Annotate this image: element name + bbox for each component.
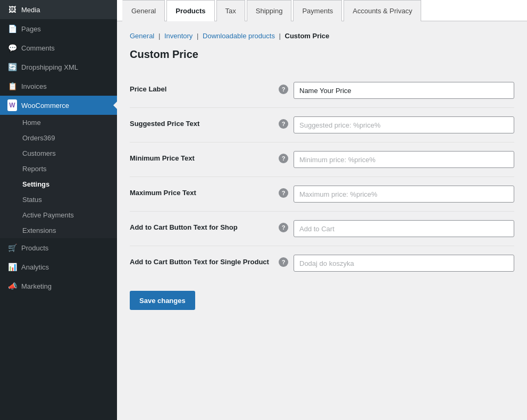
form-row-add-to-cart-single: Add to Cart Button Text for Single Produ… bbox=[130, 246, 514, 280]
field-suggested-price: ? bbox=[279, 116, 514, 133]
sidebar-item-settings[interactable]: Settings bbox=[0, 177, 117, 192]
form-row-suggested-price: Suggested Price Text ? bbox=[130, 108, 514, 142]
field-minimum-price: ? bbox=[279, 151, 514, 168]
sidebar-item-pages[interactable]: 📄 Pages bbox=[0, 19, 117, 38]
form-row-minimum-price: Minimum Price Text ? bbox=[130, 142, 514, 177]
breadcrumb: General | Inventory | Downloadable produ… bbox=[130, 32, 514, 40]
label-minimum-price: Minimum Price Text bbox=[130, 151, 279, 162]
sidebar-item-reports[interactable]: Reports bbox=[0, 161, 117, 177]
sidebar-item-woocommerce[interactable]: W WooCommerce bbox=[0, 96, 117, 115]
label-price-label: Price Label bbox=[130, 82, 279, 93]
sidebar-item-customers[interactable]: Customers bbox=[0, 146, 117, 161]
woocommerce-submenu: Home Orders 369 Customers Reports Settin… bbox=[0, 115, 117, 238]
main-content: General Products Tax Shipping Payments A… bbox=[117, 0, 527, 420]
comments-icon: 💬 bbox=[7, 43, 17, 53]
sidebar-item-status[interactable]: Status bbox=[0, 192, 117, 207]
sidebar-item-products[interactable]: 🛒 Products bbox=[0, 238, 117, 257]
label-add-to-cart-single: Add to Cart Button Text for Single Produ… bbox=[130, 255, 279, 266]
help-icon-suggested-price[interactable]: ? bbox=[279, 119, 288, 129]
dropshipping-icon: 🔄 bbox=[7, 62, 17, 72]
field-price-label: ? bbox=[279, 82, 514, 99]
tab-payments[interactable]: Payments bbox=[293, 0, 342, 21]
form-row-maximum-price: Maximum Price Text ? bbox=[130, 177, 514, 212]
help-icon-maximum-price[interactable]: ? bbox=[279, 188, 288, 198]
sidebar-item-media[interactable]: 🖼 Media bbox=[0, 0, 117, 19]
input-add-to-cart-shop[interactable] bbox=[294, 220, 514, 237]
page-title: Custom Price bbox=[130, 48, 514, 61]
breadcrumb-sep3: | bbox=[279, 32, 281, 40]
sidebar: 🖼 Media 📄 Pages 💬 Comments 🔄 Dropshippin… bbox=[0, 0, 117, 420]
sidebar-item-active-payments[interactable]: Active Payments bbox=[0, 207, 117, 223]
orders-badge: 369 bbox=[44, 134, 55, 142]
breadcrumb-sep1: | bbox=[158, 32, 160, 40]
breadcrumb-sep2: | bbox=[197, 32, 198, 40]
input-price-label[interactable] bbox=[294, 82, 514, 99]
tab-products[interactable]: Products bbox=[166, 0, 214, 21]
marketing-icon: 📣 bbox=[7, 281, 17, 291]
tabs-bar: General Products Tax Shipping Payments A… bbox=[117, 0, 527, 21]
invoices-icon: 📋 bbox=[7, 81, 17, 91]
save-button[interactable]: Save changes bbox=[130, 291, 195, 310]
label-add-to-cart-shop: Add to Cart Button Text for Shop bbox=[130, 220, 279, 231]
tab-shipping[interactable]: Shipping bbox=[247, 0, 292, 21]
input-add-to-cart-single[interactable] bbox=[294, 255, 514, 272]
help-icon-minimum-price[interactable]: ? bbox=[279, 154, 288, 163]
form-row-price-label: Price Label ? bbox=[130, 73, 514, 108]
tab-general[interactable]: General bbox=[122, 0, 165, 21]
form-row-add-to-cart-shop: Add to Cart Button Text for Shop ? bbox=[130, 212, 514, 246]
breadcrumb-general[interactable]: General bbox=[130, 32, 154, 40]
sidebar-item-dropshipping[interactable]: 🔄 Dropshipping XML bbox=[0, 57, 117, 77]
sidebar-item-comments[interactable]: 💬 Comments bbox=[0, 38, 117, 57]
field-add-to-cart-shop: ? bbox=[279, 220, 514, 237]
input-minimum-price[interactable] bbox=[294, 151, 514, 168]
breadcrumb-inventory[interactable]: Inventory bbox=[164, 32, 193, 40]
breadcrumb-downloadable[interactable]: Downloadable products bbox=[203, 32, 275, 40]
input-suggested-price[interactable] bbox=[294, 116, 514, 133]
products-icon: 🛒 bbox=[7, 243, 17, 253]
field-add-to-cart-single: ? bbox=[279, 255, 514, 272]
form: Price Label ? Suggested Price Text ? Min… bbox=[130, 73, 514, 310]
tab-accounts-privacy[interactable]: Accounts & Privacy bbox=[344, 0, 421, 21]
analytics-icon: 📊 bbox=[7, 262, 17, 272]
label-maximum-price: Maximum Price Text bbox=[130, 186, 279, 197]
pages-icon: 📄 bbox=[7, 24, 17, 33]
sidebar-item-extensions[interactable]: Extensions bbox=[0, 223, 117, 238]
help-icon-price-label[interactable]: ? bbox=[279, 85, 288, 94]
input-maximum-price[interactable] bbox=[294, 186, 514, 203]
sidebar-item-invoices[interactable]: 📋 Invoices bbox=[0, 77, 117, 96]
tab-tax[interactable]: Tax bbox=[216, 0, 245, 21]
field-maximum-price: ? bbox=[279, 186, 514, 203]
sidebar-item-analytics[interactable]: 📊 Analytics bbox=[0, 257, 117, 276]
media-icon: 🖼 bbox=[7, 5, 17, 14]
label-suggested-price: Suggested Price Text bbox=[130, 116, 279, 128]
sidebar-item-marketing[interactable]: 📣 Marketing bbox=[0, 276, 117, 296]
content-area: General | Inventory | Downloadable produ… bbox=[117, 21, 527, 420]
help-icon-add-to-cart-single[interactable]: ? bbox=[279, 257, 288, 267]
breadcrumb-current: Custom Price bbox=[285, 32, 330, 40]
sidebar-item-home[interactable]: Home bbox=[0, 115, 117, 130]
sidebar-item-orders[interactable]: Orders 369 bbox=[0, 130, 117, 146]
woocommerce-icon: W bbox=[7, 100, 17, 110]
help-icon-add-to-cart-shop[interactable]: ? bbox=[279, 223, 288, 232]
